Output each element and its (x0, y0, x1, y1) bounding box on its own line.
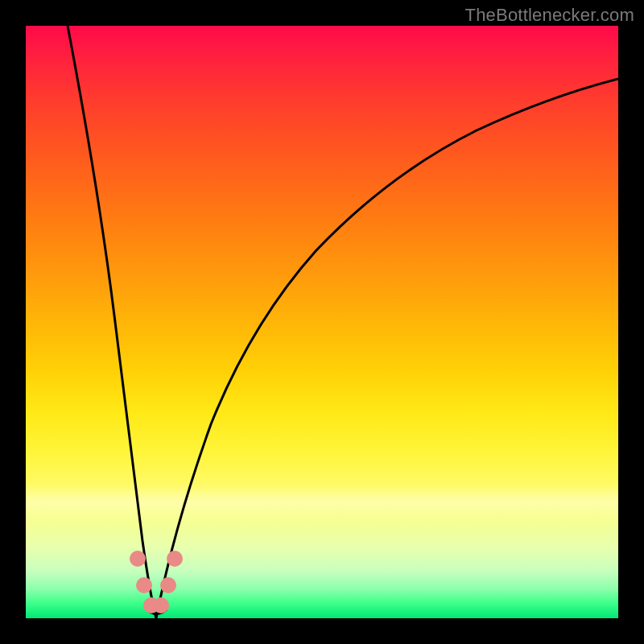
chart-frame: TheBottlenecker.com (0, 0, 644, 644)
curve-right-branch (156, 79, 618, 618)
attribution-text: TheBottlenecker.com (465, 5, 634, 26)
curve-layer (26, 26, 618, 618)
marker-dot (167, 551, 183, 567)
marker-group (130, 551, 183, 613)
marker-dot (130, 551, 146, 567)
plot-area (26, 26, 618, 618)
marker-dot (160, 577, 176, 593)
curve-left-branch (68, 26, 156, 618)
marker-dot (136, 577, 152, 593)
marker-dot (153, 597, 169, 613)
